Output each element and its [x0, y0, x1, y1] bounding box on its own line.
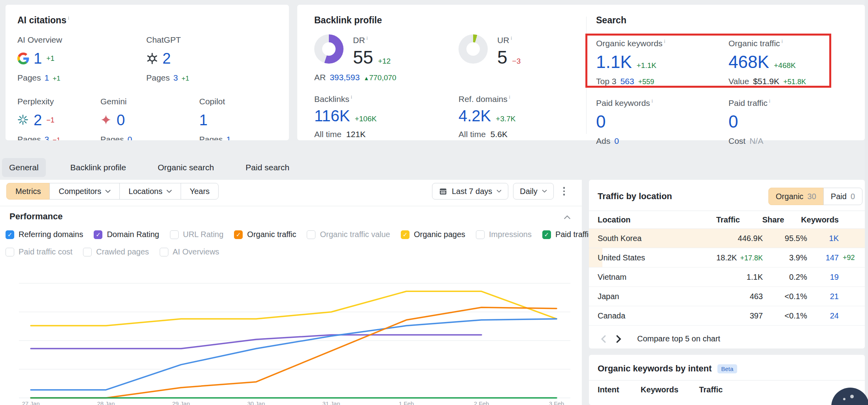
ai-citation-perplexity: Perplexity 2 −1 Pages3−1 — [17, 97, 100, 140]
table-row-japan[interactable]: Japan 463 <0.1% 21 — [589, 286, 865, 306]
dr-donut-chart — [314, 34, 343, 64]
scrollbar[interactable] — [865, 0, 868, 405]
info-icon[interactable]: i — [511, 35, 512, 41]
x-tick-label: 1 Feb — [389, 400, 424, 405]
tab-paid-search[interactable]: Paid search — [238, 158, 296, 177]
ref-domains-count-link[interactable]: 4.2K — [459, 107, 491, 125]
chatgpt-count[interactable]: 2 — [162, 50, 171, 67]
pages-count-link[interactable]: 3 — [45, 135, 49, 140]
ahrefs-rank-line: AR 393,593 ▲770,070 — [314, 73, 586, 82]
tab-organic-search[interactable]: Organic search — [151, 158, 221, 177]
top3-link[interactable]: 563 — [620, 77, 634, 86]
keywords-count-link[interactable]: 24 — [830, 311, 839, 320]
unchecked-checkbox-icon — [170, 230, 179, 239]
unchecked-checkbox-icon — [6, 248, 14, 256]
organic-keywords-link[interactable]: 1.1K — [596, 52, 632, 72]
pages-count-link[interactable]: 0 — [128, 135, 132, 140]
tab-backlink-profile[interactable]: Backlink profile — [63, 158, 133, 177]
keywords-count-link[interactable]: 21 — [830, 292, 839, 301]
performance-line-chart[interactable] — [15, 268, 573, 400]
locations-filter-button[interactable]: Locations — [119, 183, 181, 200]
ai-citation-chatgpt: ChatGPT 2 Pages3+1 — [146, 35, 189, 83]
perplexity-count[interactable]: 2 — [34, 112, 42, 129]
metric-checkbox-organic-traffic-value[interactable]: Organic traffic value — [307, 230, 390, 239]
backlinks-count-link[interactable]: 116K — [314, 107, 350, 125]
series-domain-rating — [31, 335, 481, 349]
copilot-count[interactable]: 1 — [199, 112, 208, 129]
metric-checkbox-crawled-pages[interactable]: Crawled pages — [83, 247, 149, 256]
info-icon[interactable]: i — [781, 38, 783, 44]
metrics-filter-button[interactable]: Metrics — [6, 183, 50, 200]
seo-overview-dashboard: AI citationsi AI Overview 1 +1 Pages1+1 … — [0, 0, 868, 405]
info-icon[interactable]: i — [664, 38, 665, 44]
pages-count-link[interactable]: 1 — [45, 73, 49, 83]
metric-checkbox-paid-traffic[interactable]: ✓Paid traffic — [542, 230, 593, 239]
google-icon — [17, 53, 29, 64]
metric-checkbox-domain-rating[interactable]: ✓Domain Rating — [94, 230, 159, 239]
keywords-by-intent-title: Organic keywords by intent — [598, 364, 712, 374]
table-row-canada[interactable]: Canada 397 <0.1% 24 — [589, 306, 865, 325]
metric-checkbox-url-rating[interactable]: URL Rating — [170, 230, 224, 239]
domain-rating-gauge: DRi 55+12 — [314, 34, 459, 68]
info-icon[interactable]: i — [351, 94, 352, 100]
checked-checkbox-icon: ✓ — [542, 230, 551, 239]
unchecked-checkbox-icon — [307, 230, 315, 239]
organic-traffic-link[interactable]: 468K — [728, 52, 769, 72]
info-icon[interactable]: i — [769, 98, 770, 104]
dr-value: 55 — [353, 47, 373, 68]
ai-overview-count[interactable]: 1 — [34, 50, 42, 67]
info-icon[interactable]: i — [652, 98, 653, 104]
overview-tabs: General Backlink profile Organic search … — [2, 156, 296, 179]
collapse-section-button[interactable] — [564, 214, 571, 221]
info-icon[interactable]: i — [68, 15, 69, 21]
years-filter-button[interactable]: Years — [181, 183, 219, 200]
metric-checkbox-paid-traffic-cost[interactable]: Paid traffic cost — [6, 247, 72, 256]
prev-page-button[interactable] — [601, 335, 606, 343]
ads-link[interactable]: 0 — [614, 136, 619, 146]
pages-count-link[interactable]: 3 — [174, 73, 178, 83]
chevron-right-icon — [616, 335, 621, 343]
table-row-south-korea[interactable]: South Korea 446.9K 95.5% 1K — [589, 228, 865, 248]
keywords-count-link[interactable]: 19 — [830, 273, 839, 281]
compare-top5-link[interactable]: Compare top 5 on chart — [637, 334, 720, 343]
organic-toggle-button[interactable]: Organic30 — [768, 188, 824, 205]
gemini-count[interactable]: 0 — [117, 112, 125, 129]
paid-toggle-button[interactable]: Paid0 — [823, 188, 862, 205]
url-rating-gauge: URi 5−3 — [459, 34, 521, 68]
next-page-button[interactable] — [616, 335, 621, 343]
date-range-dropdown[interactable]: Last 7 days — [432, 183, 508, 200]
ahrefs-rank-link[interactable]: 393,593 — [330, 73, 360, 82]
backlink-profile-panel: Backlink profile DRi 55+12 URi 5−3 — [297, 5, 586, 140]
more-options-menu[interactable] — [560, 184, 568, 199]
metric-checkbox-organic-pages[interactable]: ✓Organic pages — [401, 230, 465, 239]
traffic-by-location-card: Traffic by location Organic30 Paid0 Loca… — [589, 180, 865, 348]
metric-toggle-row-1: ✓Referring domains✓Domain RatingURL Rati… — [6, 230, 593, 239]
backlinks-stat: Backlinksi 116K+106K All time121K — [314, 94, 459, 139]
paid-keywords-link[interactable]: 0 — [596, 112, 606, 132]
keywords-count-link[interactable]: 1K — [829, 234, 839, 243]
metric-checkbox-ai-overviews[interactable]: AI Overviews — [160, 247, 219, 256]
granularity-dropdown[interactable]: Daily — [513, 183, 553, 200]
metric-checkbox-referring-domains[interactable]: ✓Referring domains — [6, 230, 83, 239]
metric-checkbox-impressions[interactable]: Impressions — [476, 230, 532, 239]
checked-checkbox-icon: ✓ — [401, 230, 409, 239]
table-row-united-states[interactable]: United States 18.2K+17.8K 3.9% 147 +92 — [589, 248, 865, 267]
locations-table: Location Traffic Share Keywords South Ko… — [589, 211, 865, 325]
metric-toggle-row-2: Paid traffic costCrawled pagesAI Overvie… — [6, 247, 219, 256]
metric-checkbox-organic-traffic[interactable]: ✓Organic traffic — [234, 230, 296, 239]
unchecked-checkbox-icon — [83, 248, 92, 256]
competitors-filter-button[interactable]: Competitors — [49, 183, 120, 200]
tab-general[interactable]: General — [2, 158, 46, 177]
info-icon[interactable]: i — [509, 94, 510, 100]
filter-segmented-control: Metrics Competitors Locations Years — [6, 183, 219, 200]
intent-table-header: Intent Keywords Traffic — [589, 380, 865, 394]
keywords-count-link[interactable]: 147 — [826, 253, 839, 262]
paid-keywords-stat: Paid keywordsi 0 Ads0 — [596, 98, 728, 146]
chevron-up-icon — [564, 215, 571, 219]
info-icon[interactable]: i — [366, 35, 368, 41]
x-tick-label: 29 Jan — [163, 400, 199, 405]
keywords-by-intent-card: Organic keywords by intent Beta Intent K… — [589, 355, 865, 405]
table-row-vietnam[interactable]: Vietnam 1.1K 0.2% 19 — [589, 267, 865, 286]
paid-traffic-link[interactable]: 0 — [728, 112, 738, 132]
pages-count-link[interactable]: 1 — [226, 135, 231, 140]
